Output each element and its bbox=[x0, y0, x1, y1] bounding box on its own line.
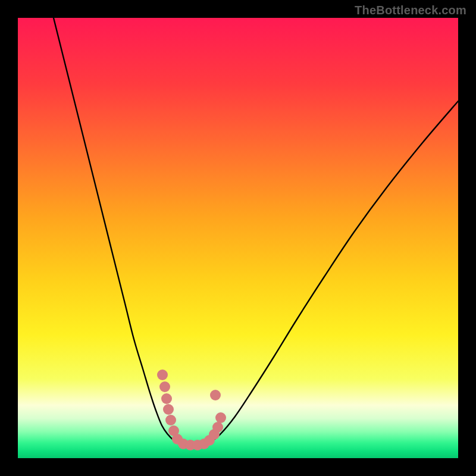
valley-dot bbox=[215, 412, 226, 423]
valley-dot bbox=[163, 404, 174, 415]
frame: TheBottleneck.com bbox=[0, 0, 476, 476]
valley-dot bbox=[161, 393, 172, 404]
chart-svg bbox=[18, 18, 458, 458]
watermark-text: TheBottleneck.com bbox=[355, 4, 466, 17]
plot-area bbox=[18, 18, 458, 458]
bottleneck-curve bbox=[54, 18, 458, 446]
valley-dot bbox=[157, 369, 168, 380]
valley-dot bbox=[212, 422, 223, 433]
valley-dot bbox=[165, 415, 176, 425]
valley-dot bbox=[159, 381, 170, 392]
valley-dot bbox=[210, 390, 221, 400]
valley-dots-group bbox=[157, 369, 226, 450]
